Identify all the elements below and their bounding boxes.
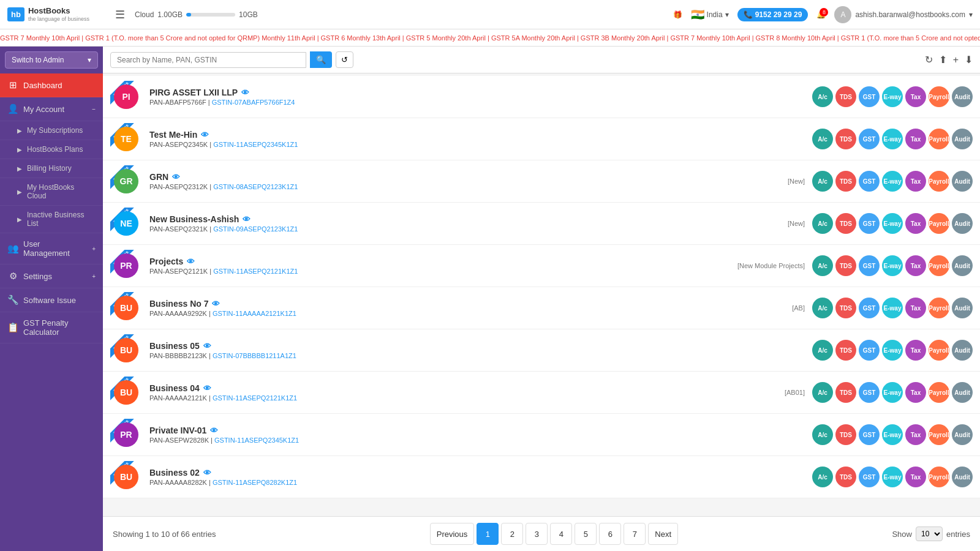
action-btn-tds[interactable]: TDS — [835, 213, 856, 234]
add-business-button[interactable]: + — [953, 54, 959, 66]
action-btn-tds[interactable]: TDS — [835, 255, 856, 276]
gstin-link[interactable]: GSTIN-11ASEPQ2121K1Z1 — [213, 268, 298, 275]
action-btn-tax[interactable]: Tax — [905, 171, 926, 192]
sidebar-item-user-management[interactable]: 👥 User Management + — [0, 233, 103, 264]
sidebar-item-my-account[interactable]: 👤 My Account − — [0, 97, 103, 121]
action-btn-e-way[interactable]: E-way — [882, 86, 903, 107]
user-menu-button[interactable]: A ashish.baranwal@hostbooks.com ▾ — [834, 6, 973, 23]
business-row[interactable]: PIPIRG ASSET LXII LLP👁PAN-ABAFP5766F | G… — [103, 76, 980, 118]
action-btn-audit[interactable]: Audit — [952, 213, 973, 234]
business-row[interactable]: BUBusiness No 7👁PAN-AAAAA9292K | GSTIN-1… — [103, 287, 980, 329]
gstin-link[interactable]: GSTIN-11ASEPQ2121K1Z1 — [213, 394, 297, 402]
action-btn-gst[interactable]: GST — [859, 129, 880, 149]
gstin-link[interactable]: GSTIN-09ASEPQ2123K1Z1 — [213, 225, 298, 233]
action-btn-a/c[interactable]: A/c — [812, 340, 833, 361]
action-btn-payroll[interactable]: Payroll — [929, 382, 949, 403]
pagination-page-7-button[interactable]: 7 — [624, 523, 646, 545]
business-row[interactable]: PRPrivate INV-01👁PAN-ASEPW2828K | GSTIN-… — [103, 414, 980, 456]
action-btn-a/c[interactable]: A/c — [812, 171, 833, 192]
action-btn-audit[interactable]: Audit — [952, 467, 973, 487]
action-btn-tds[interactable]: TDS — [835, 424, 856, 445]
pagination-next-button[interactable]: Next — [648, 523, 678, 545]
action-btn-tds[interactable]: TDS — [835, 129, 856, 149]
download-button[interactable]: ⬇ — [965, 54, 973, 66]
business-row[interactable]: BUBusiness 02👁PAN-AAAAA8282K | GSTIN-11A… — [103, 456, 980, 498]
action-btn-tds[interactable]: TDS — [835, 171, 856, 192]
sidebar-item-settings[interactable]: ⚙ Settings + — [0, 264, 103, 288]
action-btn-gst[interactable]: GST — [859, 298, 880, 318]
eye-icon[interactable]: 👁 — [212, 299, 220, 309]
business-row[interactable]: BUBusiness 05👁PAN-BBBBB2123K | GSTIN-07B… — [103, 329, 980, 372]
sidebar-item-my-subscriptions[interactable]: ▶ My Subscriptions — [0, 121, 103, 140]
entries-per-page-select[interactable]: 10 25 50 — [916, 527, 943, 541]
action-btn-e-way[interactable]: E-way — [882, 340, 903, 361]
action-btn-e-way[interactable]: E-way — [882, 467, 903, 487]
eye-icon[interactable]: 👁 — [210, 426, 218, 435]
business-row[interactable]: NENew Business-Ashish👁PAN-ASEPQ2321K | G… — [103, 203, 980, 245]
action-btn-audit[interactable]: Audit — [952, 424, 973, 445]
refresh-button[interactable]: ↺ — [336, 51, 353, 68]
action-btn-a/c[interactable]: A/c — [812, 298, 833, 318]
action-btn-gst[interactable]: GST — [859, 213, 880, 234]
eye-icon[interactable]: 👁 — [201, 130, 209, 140]
sync-icon-button[interactable]: ↻ — [925, 54, 933, 66]
action-btn-payroll[interactable]: Payroll — [929, 213, 949, 234]
sidebar-item-inactive-business[interactable]: ▶ Inactive Business List — [0, 206, 103, 233]
sidebar-item-gst-penalty[interactable]: 📋 GST Penalty Calculator — [0, 312, 103, 343]
pagination-page-3-button[interactable]: 3 — [526, 523, 548, 545]
action-btn-a/c[interactable]: A/c — [812, 129, 833, 149]
action-btn-a/c[interactable]: A/c — [812, 382, 833, 403]
action-btn-a/c[interactable]: A/c — [812, 424, 833, 445]
action-btn-a/c[interactable]: A/c — [812, 86, 833, 107]
sidebar-item-dashboard[interactable]: ⊞ Dashboard — [0, 73, 103, 97]
action-btn-gst[interactable]: GST — [859, 340, 880, 361]
sidebar-item-hostbooks-plans[interactable]: ▶ HostBooks Plans — [0, 140, 103, 159]
action-btn-payroll[interactable]: Payroll — [929, 424, 949, 445]
search-button[interactable]: 🔍 — [310, 51, 332, 68]
gstin-link[interactable]: GSTIN-11ASEPQ2345K1Z1 — [214, 437, 299, 444]
gstin-link[interactable]: GSTIN-08ASEPQ2123K1Z1 — [213, 183, 298, 190]
gstin-link[interactable]: GSTIN-11AAAAA2121K1Z1 — [213, 310, 296, 317]
action-btn-e-way[interactable]: E-way — [882, 213, 903, 234]
action-btn-payroll[interactable]: Payroll — [929, 86, 949, 107]
pagination-page-2-button[interactable]: 2 — [501, 523, 523, 545]
action-btn-tds[interactable]: TDS — [835, 86, 856, 107]
action-btn-gst[interactable]: GST — [859, 255, 880, 276]
action-btn-audit[interactable]: Audit — [952, 86, 973, 107]
action-btn-e-way[interactable]: E-way — [882, 382, 903, 403]
sidebar-item-my-hostbooks-cloud[interactable]: ▶ My HostBooks Cloud — [0, 178, 103, 206]
gift-button[interactable]: 🎁 — [673, 10, 682, 19]
pagination-page-5-button[interactable]: 5 — [575, 523, 597, 545]
eye-icon[interactable]: 👁 — [203, 468, 211, 478]
action-btn-a/c[interactable]: A/c — [812, 467, 833, 487]
action-btn-tax[interactable]: Tax — [905, 213, 926, 234]
pagination-prev-button[interactable]: Previous — [430, 523, 475, 545]
action-btn-payroll[interactable]: Payroll — [929, 340, 949, 361]
action-btn-audit[interactable]: Audit — [952, 129, 973, 149]
action-btn-gst[interactable]: GST — [859, 424, 880, 445]
gstin-link[interactable]: GSTIN-11ASEPQ8282K1Z1 — [213, 479, 297, 486]
action-btn-audit[interactable]: Audit — [952, 255, 973, 276]
action-btn-e-way[interactable]: E-way — [882, 255, 903, 276]
action-btn-e-way[interactable]: E-way — [882, 129, 903, 149]
country-selector[interactable]: 🇮🇳 India ▾ — [691, 8, 729, 21]
pagination-page-1-button[interactable]: 1 — [477, 523, 499, 545]
action-btn-gst[interactable]: GST — [859, 171, 880, 192]
eye-icon[interactable]: 👁 — [203, 342, 211, 351]
hamburger-button[interactable]: ☰ — [113, 6, 127, 24]
switch-to-admin-button[interactable]: Switch to Admin ▾ — [5, 51, 98, 69]
eye-icon[interactable]: 👁 — [203, 384, 211, 393]
action-btn-tax[interactable]: Tax — [905, 255, 926, 276]
action-btn-tds[interactable]: TDS — [835, 298, 856, 318]
action-btn-tax[interactable]: Tax — [905, 129, 926, 149]
action-btn-tds[interactable]: TDS — [835, 340, 856, 361]
action-btn-e-way[interactable]: E-way — [882, 298, 903, 318]
sidebar-item-billing-history[interactable]: ▶ Billing History — [0, 159, 103, 178]
action-btn-payroll[interactable]: Payroll — [929, 129, 949, 149]
action-btn-payroll[interactable]: Payroll — [929, 255, 949, 276]
action-btn-tax[interactable]: Tax — [905, 340, 926, 361]
action-btn-audit[interactable]: Audit — [952, 298, 973, 318]
action-btn-tax[interactable]: Tax — [905, 424, 926, 445]
eye-icon[interactable]: 👁 — [172, 173, 180, 182]
action-btn-audit[interactable]: Audit — [952, 171, 973, 192]
